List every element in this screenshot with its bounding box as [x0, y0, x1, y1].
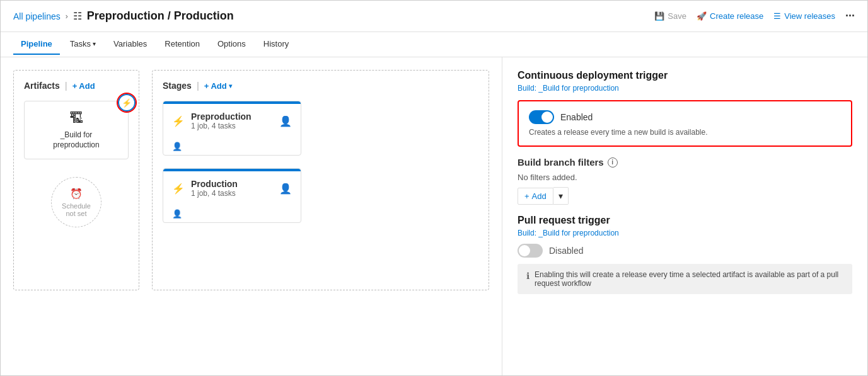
pr-toggle[interactable] [518, 244, 543, 258]
stage-left-prod: ⚡ Production 1 job, 4 tasks [172, 179, 238, 198]
right-panel: Continuous deployment trigger Build: _Bu… [502, 57, 867, 376]
stage-card-preproduction: ⚡ Preproduction 1 job, 4 tasks 👤 👤 [163, 101, 301, 156]
cd-trigger-title: Continuous deployment trigger [518, 70, 852, 81]
view-releases-button[interactable]: ☰ View releases [773, 11, 835, 21]
save-button[interactable]: 💾 Save [654, 11, 686, 21]
stage-left: ⚡ Preproduction 1 job, 4 tasks [172, 111, 252, 130]
stage-user-bottom-icon: 👤 [172, 142, 182, 151]
pr-toggle-row: Disabled [518, 244, 852, 258]
tasks-label: Tasks [70, 39, 91, 48]
stages-title: Stages [163, 81, 192, 91]
page-title: Preproduction / Production [87, 9, 234, 23]
cd-toggle-label: Enabled [560, 112, 593, 122]
build-branch-filters-title: Build branch filters i [518, 157, 852, 168]
pr-info-text: Enabling this will create a release ever… [535, 270, 843, 288]
tab-history[interactable]: History [256, 34, 296, 55]
cd-toggle-desc: Creates a release every time a new build… [529, 128, 841, 137]
tab-pipeline[interactable]: Pipeline [13, 34, 60, 55]
stage-tasks-production: 1 job, 4 tasks [191, 189, 238, 198]
stages-divider: | [197, 81, 199, 91]
stage-name-production: Production [191, 179, 238, 189]
stage-card-production: ⚡ Production 1 job, 4 tasks 👤 👤 [163, 168, 301, 223]
cd-toggle-row: Enabled [529, 110, 841, 124]
add-filter-button-group: + Add ▾ [518, 187, 852, 205]
stage-card-body-prod: ⚡ Production 1 job, 4 tasks 👤 [163, 171, 301, 205]
tasks-chevron-icon: ▾ [93, 40, 96, 47]
stage-bottom: 👤 [163, 138, 301, 155]
pr-build-label: Build: _Build for preproduction [518, 229, 852, 237]
artifacts-add-button[interactable]: + Add [72, 81, 95, 91]
artifact-build-icon: 🏗 [31, 110, 122, 127]
add-filter-plus-icon: + [524, 191, 529, 201]
add-filter-label: Add [532, 191, 547, 201]
artifacts-add-label: Add [79, 81, 95, 91]
cd-toggle[interactable] [529, 110, 554, 124]
clock-icon: ⏰ [70, 188, 83, 200]
main-content: Artifacts | + Add 🏗 _Build forpreproduct… [1, 57, 867, 376]
stage-info-prod: Production 1 job, 4 tasks [191, 179, 238, 198]
cd-toggle-section: Enabled Creates a release every time a n… [518, 100, 852, 147]
create-release-label: Create release [710, 11, 763, 21]
tab-tasks[interactable]: Tasks ▾ [62, 34, 103, 55]
stages-add-button[interactable]: + Add ▾ [204, 81, 232, 91]
plus-icon: + [72, 81, 78, 91]
more-button[interactable]: ··· [845, 9, 855, 23]
nav-tabs: Pipeline Tasks ▾ Variables Retention Opt… [1, 32, 867, 57]
stage-info: Preproduction 1 job, 4 tasks [191, 111, 252, 130]
stages-add-chevron-icon: ▾ [229, 83, 232, 89]
no-filters-text: No filters added. [518, 173, 852, 182]
header: All pipelines › ☷ Preproduction / Produc… [1, 1, 867, 32]
rocket-icon: 🚀 [697, 11, 707, 21]
stage-name-preproduction: Preproduction [191, 111, 252, 122]
artifacts-section: Artifacts | + Add 🏗 _Build forpreproduct… [13, 70, 139, 290]
pr-info-circle-icon: ℹ [526, 271, 529, 281]
save-icon: 💾 [654, 11, 664, 21]
tab-options[interactable]: Options [210, 34, 253, 55]
add-filter-chevron-icon: ▾ [558, 191, 563, 201]
cd-toggle-thumb [541, 111, 553, 123]
stage-card-body: ⚡ Preproduction 1 job, 4 tasks 👤 [163, 104, 301, 138]
pr-trigger-title: Pull request trigger [518, 215, 852, 226]
tab-retention[interactable]: Retention [157, 34, 207, 55]
add-filter-dropdown-button[interactable]: ▾ [553, 187, 569, 205]
artifacts-header: Artifacts | + Add [24, 81, 129, 91]
pr-info-box: ℹ Enabling this will create a release ev… [518, 264, 852, 294]
artifacts-title: Artifacts [24, 81, 60, 91]
cd-build-label: Build: _Build for preproduction [518, 84, 852, 93]
pipeline-icon: ☷ [73, 10, 82, 22]
add-filter-main-button[interactable]: + Add [518, 188, 553, 205]
header-right: 💾 Save 🚀 Create release ☰ View releases … [654, 9, 855, 23]
schedule-text: Schedulenot set [62, 202, 91, 217]
artifact-card-build: 🏗 _Build forpreproduction ⚡ [24, 101, 129, 159]
left-panel-inner: Artifacts | + Add 🏗 _Build forpreproduct… [13, 70, 489, 290]
stages-plus-icon: + [204, 81, 209, 91]
left-panel: Artifacts | + Add 🏗 _Build forpreproduct… [1, 57, 502, 376]
pr-toggle-label: Disabled [549, 246, 583, 256]
schedule-card[interactable]: ⏰ Schedulenot set [51, 177, 101, 227]
trigger-badge-button[interactable]: ⚡ [118, 94, 136, 111]
breadcrumb-link[interactable]: All pipelines [13, 11, 61, 21]
lightning-icon: ⚡ [122, 98, 132, 108]
stage-user-icon-prod: 👤 [279, 183, 292, 195]
create-release-button[interactable]: 🚀 Create release [697, 11, 763, 21]
breadcrumb-chevron: › [66, 12, 68, 21]
stage-lightning-icon-prod: ⚡ [172, 183, 185, 195]
list-icon: ☰ [773, 11, 781, 21]
filters-title-text: Build branch filters [518, 157, 604, 168]
filters-info-icon[interactable]: i [608, 157, 618, 168]
stage-tasks-preproduction: 1 job, 4 tasks [191, 122, 252, 130]
header-left: All pipelines › ☷ Preproduction / Produc… [13, 9, 234, 23]
stage-bottom-prod: 👤 [163, 205, 301, 222]
stages-header: Stages | + Add ▾ [163, 81, 478, 91]
artifacts-divider: | [65, 81, 67, 91]
stage-user-icon: 👤 [279, 115, 292, 127]
stages-section: Stages | + Add ▾ ⚡ Prepr [152, 70, 489, 290]
stages-add-label: Add [211, 81, 226, 91]
artifact-build-name: _Build forpreproduction [31, 130, 122, 150]
pr-toggle-thumb [519, 245, 530, 256]
tab-variables[interactable]: Variables [106, 34, 154, 55]
view-releases-label: View releases [784, 11, 835, 21]
stage-user-bottom-icon-prod: 👤 [172, 209, 182, 219]
save-label: Save [668, 11, 686, 21]
stage-lightning-icon: ⚡ [172, 115, 185, 127]
